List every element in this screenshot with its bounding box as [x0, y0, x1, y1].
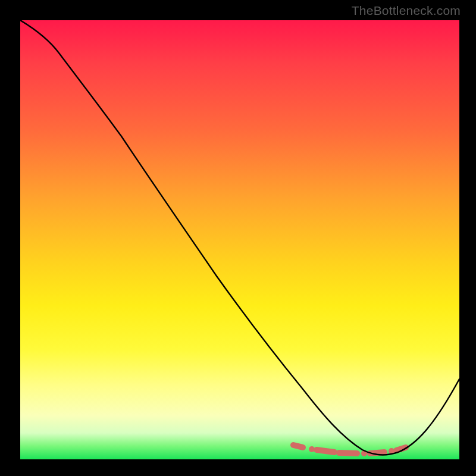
bottleneck-curve: [20, 20, 459, 455]
marker-dash: [339, 453, 357, 453]
plot-area: [20, 20, 459, 459]
chart-frame: TheBottleneck.com: [0, 0, 476, 476]
marker-dash: [317, 450, 334, 452]
chart-svg: [20, 20, 459, 459]
watermark-text: TheBottleneck.com: [352, 4, 461, 18]
marker-dash: [293, 445, 303, 447]
